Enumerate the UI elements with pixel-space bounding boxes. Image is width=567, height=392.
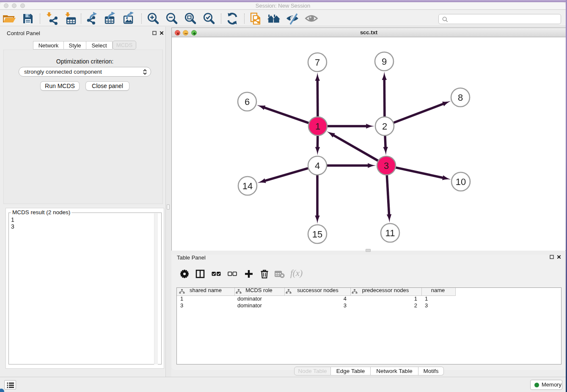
svg-text:1: 1 xyxy=(315,121,320,132)
svg-text:6: 6 xyxy=(245,97,250,107)
svg-text:8: 8 xyxy=(458,92,463,103)
svg-text:2: 2 xyxy=(382,121,387,132)
svg-text:9: 9 xyxy=(382,56,387,67)
svg-text:3: 3 xyxy=(384,160,389,171)
svg-text:7: 7 xyxy=(315,57,320,68)
svg-text:15: 15 xyxy=(312,229,322,240)
svg-text:11: 11 xyxy=(385,228,395,238)
svg-text:4: 4 xyxy=(315,160,320,171)
svg-text:10: 10 xyxy=(456,177,466,187)
svg-text:14: 14 xyxy=(242,181,253,191)
